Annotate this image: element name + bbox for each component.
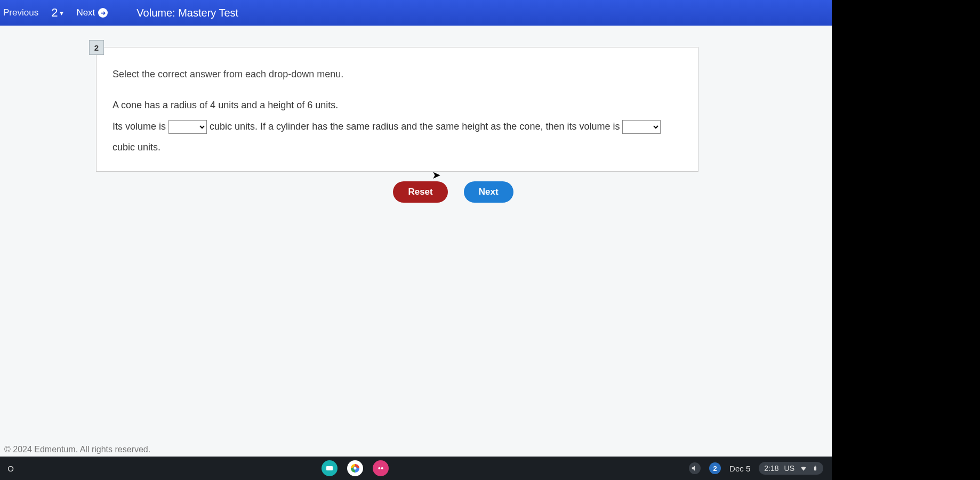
top-nav-bar: Previous 2 ▾ Next ➔ Volume: Mastery Test (0, 0, 832, 26)
next-nav-button[interactable]: Next ➔ (76, 7, 108, 18)
question-line-2: Its volume is cubic units. If a cylinder… (113, 116, 682, 138)
copyright-text: © 2024 Edmentum. All rights reserved. (4, 445, 150, 454)
question-line-1: A cone has a radius of 4 units and a hei… (113, 95, 682, 116)
action-row: Reset Next ➤ (96, 181, 810, 203)
notification-badge[interactable]: 2 (709, 462, 721, 474)
wifi-icon (800, 465, 807, 472)
page-title: Volume: Mastery Test (136, 7, 238, 19)
text-frag-2a: Its volume is (113, 121, 168, 132)
next-nav-label: Next (76, 7, 95, 18)
chrome-app-icon[interactable] (347, 460, 363, 476)
sound-icon[interactable] (689, 462, 701, 474)
question-line-3: cubic units. (113, 137, 682, 158)
svg-point-5 (381, 467, 383, 469)
question-body: A cone has a radius of 4 units and a hei… (113, 95, 682, 158)
question-card: 2 Select the correct answer from each dr… (96, 47, 698, 172)
chevron-down-icon: ▾ (60, 9, 63, 17)
arrow-right-icon: ➔ (98, 8, 108, 18)
os-shelf: O 2 Dec 5 2:18 US (0, 457, 832, 480)
app-icon-1[interactable] (322, 460, 338, 476)
app-icon-3[interactable] (373, 460, 389, 476)
content-area: 2 Select the correct answer from each dr… (0, 26, 832, 480)
launcher-button[interactable]: O (0, 464, 21, 473)
reset-button[interactable]: Reset (393, 181, 447, 203)
chrome-icon (349, 462, 362, 475)
question-number-dropdown[interactable]: 2 ▾ (51, 6, 63, 20)
shelf-center (21, 460, 689, 476)
volume-cone-dropdown[interactable] (168, 120, 207, 134)
speaker-icon (691, 465, 698, 472)
next-button[interactable]: Next (464, 181, 513, 203)
shelf-time: 2:18 (764, 464, 778, 473)
svg-point-4 (378, 467, 380, 469)
question-badge: 2 (89, 40, 104, 55)
game-icon (376, 464, 385, 473)
instruction-text: Select the correct answer from each drop… (113, 69, 682, 80)
volume-cylinder-dropdown[interactable] (622, 120, 661, 134)
text-frag-2b: cubic units. If a cylinder has the same … (210, 121, 622, 132)
battery-icon (813, 464, 818, 473)
question-number-value: 2 (51, 6, 58, 20)
shelf-locale: US (784, 464, 794, 473)
svg-rect-0 (326, 466, 333, 470)
card-icon (325, 464, 334, 473)
svg-rect-7 (815, 466, 816, 466)
svg-rect-6 (814, 467, 816, 471)
status-pill[interactable]: 2:18 US (759, 462, 823, 475)
shelf-date[interactable]: Dec 5 (729, 464, 750, 473)
previous-button[interactable]: Previous (3, 7, 38, 18)
svg-point-3 (354, 467, 357, 470)
system-tray: 2 Dec 5 2:18 US (689, 462, 832, 475)
